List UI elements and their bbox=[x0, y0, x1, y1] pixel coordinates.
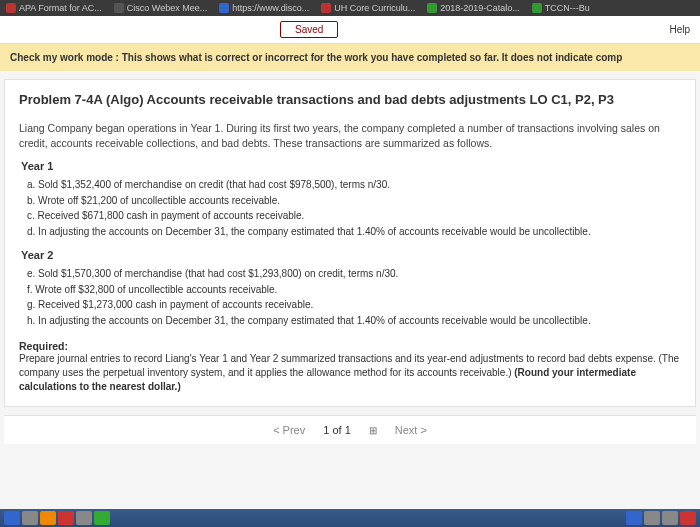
tab-favicon bbox=[427, 3, 437, 13]
browser-tab[interactable]: 2018-2019-Catalo... bbox=[421, 3, 526, 13]
help-link[interactable]: Help bbox=[669, 24, 690, 35]
taskbar-icon[interactable] bbox=[662, 511, 678, 525]
tab-favicon bbox=[532, 3, 542, 13]
taskbar-icon[interactable] bbox=[680, 511, 696, 525]
taskbar-icon[interactable] bbox=[22, 511, 38, 525]
transaction-item: a. Sold $1,352,400 of merchandise on cre… bbox=[27, 178, 681, 193]
required-section: Required: Prepare journal entries to rec… bbox=[19, 340, 681, 394]
next-button[interactable]: Next > bbox=[395, 424, 427, 436]
transaction-item: g. Received $1,273,000 cash in payment o… bbox=[27, 298, 681, 313]
browser-tab-bar: APA Format for AC... Cisco Webex Mee... … bbox=[0, 0, 700, 16]
tab-favicon bbox=[6, 3, 16, 13]
taskbar-icon[interactable] bbox=[4, 511, 20, 525]
transaction-item: c. Received $671,800 cash in payment of … bbox=[27, 209, 681, 224]
check-work-banner: Check my work mode : This shows what is … bbox=[0, 44, 700, 71]
transaction-item: f. Wrote off $32,800 of uncollectible ac… bbox=[27, 283, 681, 298]
problem-panel: Problem 7-4A (Algo) Accounts receivable … bbox=[4, 79, 696, 407]
os-taskbar bbox=[0, 509, 700, 527]
browser-tab[interactable]: UH Core Curriculu... bbox=[315, 3, 421, 13]
browser-tab[interactable]: Cisco Webex Mee... bbox=[108, 3, 213, 13]
transaction-item: b. Wrote off $21,200 of uncollectible ac… bbox=[27, 194, 681, 209]
tab-favicon bbox=[321, 3, 331, 13]
required-label: Required: bbox=[19, 340, 681, 352]
check-work-text: Check my work mode : This shows what is … bbox=[10, 52, 622, 63]
year2-heading: Year 2 bbox=[21, 249, 681, 261]
tab-favicon bbox=[114, 3, 124, 13]
transaction-item: d. In adjusting the accounts on December… bbox=[27, 225, 681, 240]
problem-title: Problem 7-4A (Algo) Accounts receivable … bbox=[19, 92, 681, 107]
saved-status: Saved bbox=[280, 21, 338, 38]
pagination-bar: < Prev 1 of 1 ⊞ Next > bbox=[4, 415, 696, 444]
tab-favicon bbox=[219, 3, 229, 13]
taskbar-icon[interactable] bbox=[40, 511, 56, 525]
taskbar-icon[interactable] bbox=[94, 511, 110, 525]
year1-heading: Year 1 bbox=[21, 160, 681, 172]
year2-transactions: e. Sold $1,570,300 of merchandise (that … bbox=[27, 267, 681, 328]
browser-tab[interactable]: https://www.disco... bbox=[213, 3, 315, 13]
taskbar-icon[interactable] bbox=[58, 511, 74, 525]
grid-icon[interactable]: ⊞ bbox=[369, 425, 377, 436]
required-text: Prepare journal entries to record Liang'… bbox=[19, 352, 681, 394]
transaction-item: h. In adjusting the accounts on December… bbox=[27, 314, 681, 329]
page-count: 1 of 1 bbox=[323, 424, 351, 436]
transaction-item: e. Sold $1,570,300 of merchandise (that … bbox=[27, 267, 681, 282]
browser-tab[interactable]: TCCN---Bu bbox=[526, 3, 596, 13]
taskbar-icon[interactable] bbox=[644, 511, 660, 525]
prev-button[interactable]: < Prev bbox=[273, 424, 305, 436]
taskbar-icon[interactable] bbox=[76, 511, 92, 525]
year1-transactions: a. Sold $1,352,400 of merchandise on cre… bbox=[27, 178, 681, 239]
problem-description: Liang Company began operations in Year 1… bbox=[19, 121, 681, 150]
browser-tab[interactable]: APA Format for AC... bbox=[0, 3, 108, 13]
taskbar-icon[interactable] bbox=[626, 511, 642, 525]
app-toolbar: Saved Help bbox=[0, 16, 700, 44]
